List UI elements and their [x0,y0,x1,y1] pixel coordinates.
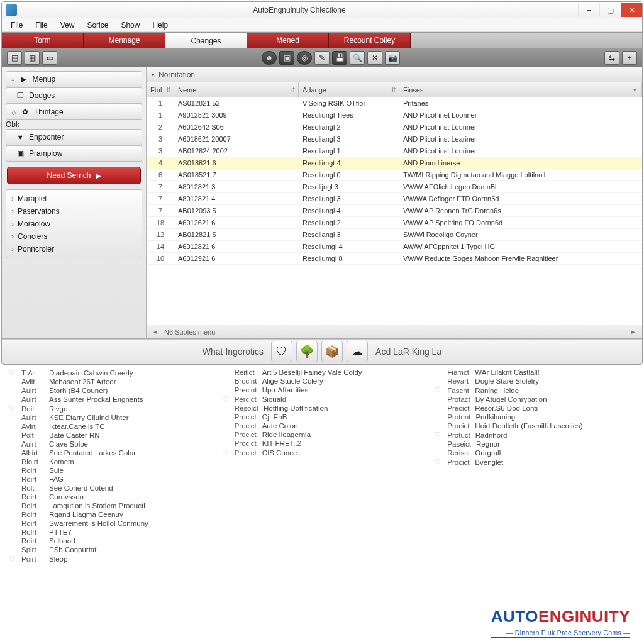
list-item[interactable]: AvlrtIktear.Cane is TC [9,423,209,430]
list-item[interactable]: RevartDogle Stare Slolelry [435,377,635,385]
table-row[interactable]: 4AS018821 6Resoliimgt 4AND Pinmd inerse [147,157,642,169]
tab-mennage[interactable]: Mennage [84,33,165,48]
tool-screens-icon[interactable]: ▤ [7,51,22,65]
list-item[interactable]: RerisctOrirgrall [435,449,635,457]
table-row[interactable]: 18A6012621 6Resoliungl 2VW/W AP Speitrin… [147,217,642,229]
list-item[interactable]: ProtuntPndkiluming [435,413,635,421]
list-item[interactable]: RoirtRgand Liagma Ceenuy [9,511,209,518]
table-row[interactable]: 2A6012642 S06Resoliangl 2AND Plicot inst… [147,121,642,133]
tool-prevnext-icon[interactable]: ⇆ [604,51,619,65]
col-adange[interactable]: Adange⇵ [299,82,399,97]
list-item[interactable]: AvlitMchasent 26T Arteor [9,378,209,386]
list-item[interactable]: AuirtAss Sunter Prockal Erignents [9,396,209,403]
table-row[interactable]: 7A8012821 3Resolijngl 3VW/W AFOlich Lege… [147,181,642,193]
table-row[interactable]: 6AS018521 7Resoliungl 0TW/MI Ripping Dig… [147,169,642,181]
tool-save-icon[interactable]: 💾 [332,51,347,65]
tab-torm[interactable]: Torm [2,33,84,48]
list-item[interactable]: RolrtPTTE7 [9,528,209,536]
tool-search-icon[interactable]: 🔍 [350,51,365,65]
bottom-icon-0[interactable]: 🛡 [271,341,292,362]
bottom-icon-3[interactable]: ☁ [347,341,368,362]
list-item[interactable]: PrecintUpo-Aftar-ities [222,386,423,394]
tool-box-icon[interactable]: ▣ [279,51,294,65]
list-item[interactable]: ♡PoirtSleop [9,555,209,563]
list-item[interactable]: AlbirtSee Pontated Larkes Color [9,449,209,457]
sidebar-item-dodges[interactable]: ❐Dodges [6,87,142,104]
list-item[interactable]: ♡RoitRivge [9,404,209,413]
tool-disc-icon[interactable]: ◎ [297,51,312,65]
tree-item-paservatons[interactable]: ›Paservatons [6,205,142,218]
list-item[interactable]: ♡ProcictOlS Conce [222,448,423,457]
sidebar-item-pramplow[interactable]: ▣Pramplow [6,145,142,162]
table-row[interactable]: 12AB012821 5Resoliangl 3SW/Wl Rogoligo C… [147,229,642,241]
list-item[interactable]: SpirtESb Conpurtat [9,546,209,553]
tree-item-maraplet[interactable]: ›Maraplet [6,192,142,205]
minimize-button[interactable]: – [578,3,599,17]
list-item[interactable]: ♡PercictSiouald [222,395,423,403]
list-item[interactable]: ♡FascntRaning Helde [435,386,635,394]
table-row[interactable]: 7AB012093 5Resoliungl 4VW/W AP Reonen Tr… [147,205,642,217]
bottom-icon-1[interactable]: 🌳 [296,341,318,362]
tree-item-ponncroler[interactable]: ›Ponncroler [6,243,142,255]
list-item[interactable]: ProtactBy Atugel Conrybation [435,396,635,403]
list-item[interactable]: ProcictKIT FRET..2 [222,440,423,447]
menu-show[interactable]: Show [116,19,145,31]
list-item[interactable]: PoitBate Caster RN [9,431,209,439]
tool-camera-icon[interactable]: 📷 [385,51,400,65]
search-button[interactable]: Nead Sernch ▶ [7,167,141,184]
table-row[interactable]: 3A6018621 20007Resoliangl 3AND Plicot in… [147,133,642,145]
table-row[interactable]: 1AS012821 52ViSoing RSIK OTflorPritanes [147,97,642,109]
menu-sorice[interactable]: Sorice [82,19,113,31]
menu-help[interactable]: Help [147,19,173,31]
tool-face-icon[interactable]: ☻ [262,51,277,65]
list-item[interactable]: ProcictRlde Ileagernia [222,431,423,438]
tool-edit-icon[interactable]: ✎ [314,51,330,65]
close-button[interactable]: ✕ [621,3,642,17]
tab-recount colley[interactable]: Recount Colley [329,33,411,48]
list-item[interactable]: PrecictResor.S6 Dod Lonti [435,404,635,412]
list-item[interactable]: ♡ProtuctRadnhord [435,431,635,439]
bottom-icon-2[interactable]: 📦 [321,341,343,362]
table-row[interactable]: 1A9012821 3009Resoliungl TieesAND Plicot… [147,109,642,121]
col-ftul[interactable]: Ftul⇵ [147,82,174,97]
tree-item-conciers[interactable]: ›Conciers [6,230,142,243]
list-item[interactable]: FiamctWAr Lilaknt Castlall! [435,369,635,376]
scroll-left-icon[interactable]: ◂ [150,328,160,336]
list-item[interactable]: AuirtKSE Etarry Cliuind Uhter [9,414,209,421]
sidebar-item-menup[interactable]: »▶Menup [6,71,142,87]
tab-changes[interactable]: Changes [165,33,247,48]
list-item[interactable]: ♡ProcictBvenglet [435,458,635,466]
list-item[interactable]: RoirtSclhood [9,537,209,545]
sidebar-item-thintage[interactable]: ◇✿Thintage [6,104,142,120]
tool-slide-icon[interactable]: ▦ [25,51,40,65]
table-row[interactable]: 14A6012821 6Resoliumgl 4AW/W AFCppnitet … [147,241,642,253]
list-item[interactable]: ResoictHotfling Uottification [222,404,423,412]
table-row[interactable]: 3AB012824 2002Resoliangl 1AND Plicot ins… [147,145,642,157]
list-item[interactable]: ProcictAute Colon [222,422,423,430]
list-item[interactable]: RoirtCornvsson [9,493,209,501]
list-item[interactable]: RoirtSule [9,467,209,474]
col-neme[interactable]: Neme⇵ [174,82,299,97]
maximize-button[interactable]: ▢ [599,3,621,17]
tool-wrench-icon[interactable]: ✕ [367,51,382,65]
list-item[interactable]: ProcictOj. EoB [222,413,423,421]
table-row[interactable]: 10A6012921 6Resoliumgl 8VW/W Reducte Gog… [147,253,642,265]
list-item[interactable]: ReitictArtl5 Beselljl Fainey Vale Coldy [222,369,423,376]
list-item[interactable]: RoirtFAG [9,475,209,483]
list-item[interactable]: AuirtClave Soloe [9,440,209,448]
sidebar-item-enpoonter[interactable]: ♥Enpoonter [6,129,142,145]
list-item[interactable]: ♡T-A:Dladepain Cahwin Creerly [9,369,209,377]
list-item[interactable]: RoirtSwarrement is Hollol Conmuny [9,519,209,527]
table-row[interactable]: 7A8012821 4Resoliungl 3VW/WA Defloger FT… [147,193,642,205]
list-item[interactable]: AuirtStorh (B4 Couner) [9,387,209,394]
menu-file[interactable]: File [30,19,52,31]
list-item[interactable]: RoltSee Conerd Coterid [9,484,209,492]
tree-item-moraolow[interactable]: ›Moraolow [6,218,142,230]
scroll-right-icon[interactable]: ▸ [628,328,638,336]
col-finses[interactable]: Finses▾ [399,82,642,97]
grid-body[interactable]: 1AS012821 52ViSoing RSIK OTflorPritanes1… [147,97,642,325]
tool-monitor-icon[interactable]: ▭ [42,51,57,65]
list-item[interactable]: ProcictHoirt Dealletlr (Fasmilli Lascoti… [435,422,635,430]
tool-add-icon[interactable]: ＋ [622,51,637,65]
list-item[interactable]: RoirtLamqution is Statlem Producti [9,502,209,509]
